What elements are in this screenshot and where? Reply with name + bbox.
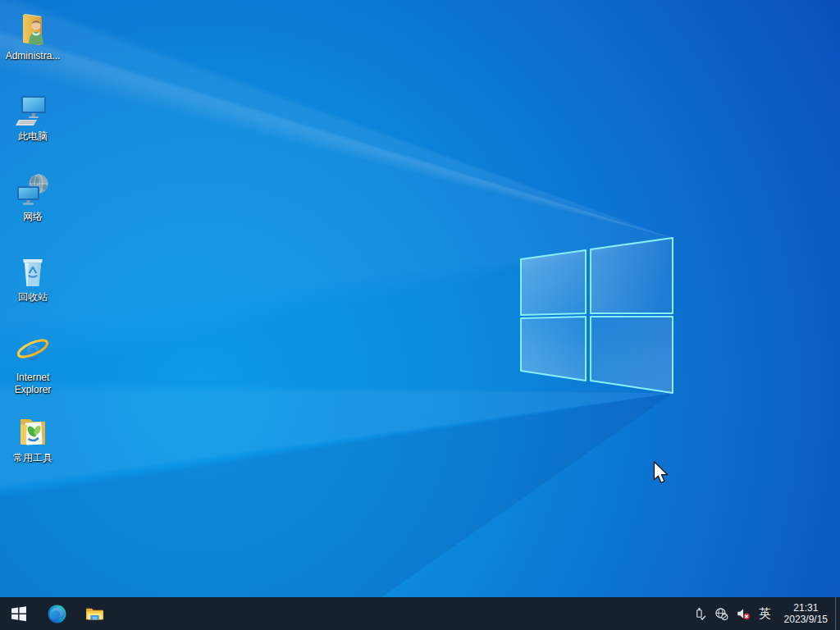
desktop-icon-grid: Administra... 此电脑 [1,8,65,491]
taskbar: 英 21:31 2023/9/15 [0,597,840,630]
edge-icon [47,604,67,624]
this-pc-icon [15,92,51,128]
usb-safe-remove-tray-button[interactable] [690,597,711,630]
start-button[interactable] [0,597,38,630]
taskbar-clock[interactable]: 21:31 2023/9/15 [777,597,835,630]
desktop-icon-label: 此电脑 [18,130,48,143]
system-tray: 英 21:31 2023/9/15 [690,597,840,630]
network-offline-icon [714,607,728,621]
svg-text:e: e [25,335,41,366]
user-folder-icon [15,11,51,48]
network-status-tray-button[interactable] [711,597,733,630]
desktop-icon-common-tools[interactable]: 常用工具 [1,410,65,491]
volume-tray-button[interactable] [733,597,754,630]
file-explorer-icon [84,604,105,624]
internet-explorer-icon: e [15,333,51,369]
network-globe-icon [15,172,51,208]
clock-date: 2023/9/15 [784,614,828,625]
volume-muted-icon [736,606,751,621]
edge-taskbar-button[interactable] [38,597,75,630]
desktop-icon-label: Internet Explorer [2,372,64,396]
desktop-icon-label: 回收站 [18,291,48,304]
recycle-bin-icon [15,253,51,289]
desktop-icon-administrator[interactable]: Administra... [1,8,65,89]
show-desktop-button[interactable] [835,597,840,630]
clock-time: 21:31 [784,602,828,614]
desktop[interactable]: Administra... 此电脑 [0,0,840,630]
desktop-wallpaper [0,0,840,630]
start-icon [10,605,28,623]
desktop-icon-this-pc[interactable]: 此电脑 [1,89,65,169]
desktop-icon-network[interactable]: 网络 [1,169,65,249]
desktop-icon-label: 常用工具 [13,452,52,464]
tools-folder-icon [15,413,51,450]
file-explorer-taskbar-button[interactable] [75,597,113,630]
desktop-icon-label: 网络 [23,211,43,223]
desktop-icon-internet-explorer[interactable]: e Internet Explorer [1,330,65,410]
desktop-icon-label: Administra... [6,50,61,62]
desktop-icon-recycle-bin[interactable]: 回收站 [1,249,65,330]
usb-safe-remove-icon [693,607,707,621]
ime-language-indicator[interactable]: 英 [754,597,777,630]
